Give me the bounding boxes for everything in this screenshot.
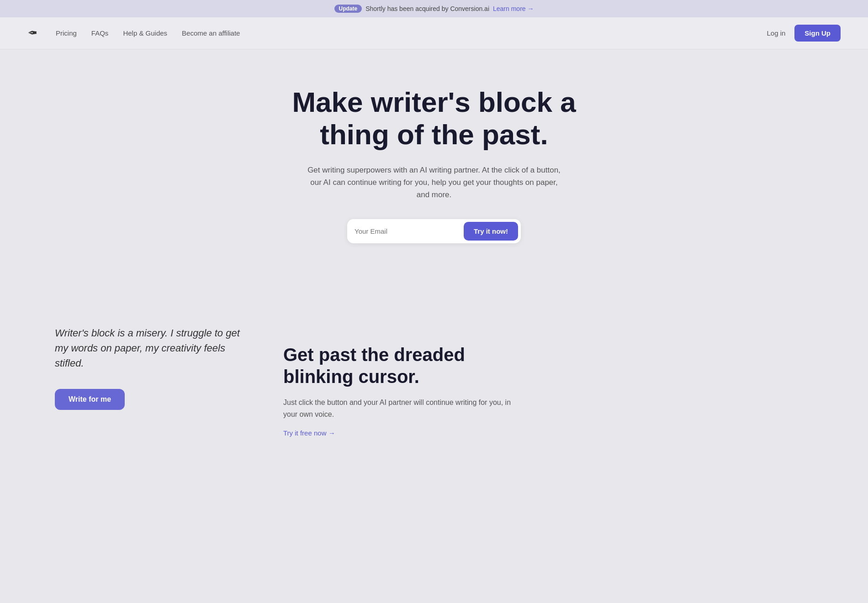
hero-title: Make writer's block a thing of the past. — [274, 86, 594, 151]
logo[interactable]: ✒ — [27, 26, 37, 40]
email-input[interactable] — [355, 227, 464, 235]
nav-right: Log in Sign Up — [767, 25, 841, 42]
nav-left: ✒ Pricing FAQs Help & Guides Become an a… — [27, 26, 240, 40]
login-button[interactable]: Log in — [767, 29, 785, 37]
feature-quote: Writer's block is a misery. I struggle t… — [55, 325, 247, 371]
feature-right: Get past the dreaded blinking cursor. Ju… — [283, 325, 512, 437]
nav-link-faqs[interactable]: FAQs — [91, 29, 109, 37]
hero-subtitle: Get writing superpowers with an AI writi… — [306, 164, 562, 201]
hero-section: Make writer's block a thing of the past.… — [0, 49, 868, 289]
feature-heading: Get past the dreaded blinking cursor. — [283, 344, 512, 388]
nav-link-help[interactable]: Help & Guides — [123, 29, 167, 37]
logo-icon: ✒ — [27, 26, 37, 40]
email-form: Try it now! — [347, 219, 521, 243]
try-now-button[interactable]: Try it now! — [464, 222, 518, 241]
announcement-text: Shortly has been acquired by Conversion.… — [365, 5, 489, 12]
feature-description: Just click the button and your AI partne… — [283, 397, 512, 420]
feature-link[interactable]: Try it free now → — [283, 429, 335, 437]
announcement-link[interactable]: Learn more → — [493, 5, 534, 12]
nav-link-affiliate[interactable]: Become an affiliate — [182, 29, 240, 37]
write-for-me-button[interactable]: Write for me — [55, 389, 125, 410]
announcement-badge: Update — [334, 5, 362, 13]
feature-left: Writer's block is a misery. I struggle t… — [55, 325, 247, 410]
signup-button[interactable]: Sign Up — [794, 25, 841, 42]
nav-link-pricing[interactable]: Pricing — [56, 29, 77, 37]
features-section: Writer's block is a misery. I struggle t… — [0, 289, 868, 474]
nav-links: Pricing FAQs Help & Guides Become an aff… — [56, 29, 240, 37]
navbar: ✒ Pricing FAQs Help & Guides Become an a… — [0, 17, 868, 49]
announcement-bar: Update Shortly has been acquired by Conv… — [0, 0, 868, 17]
